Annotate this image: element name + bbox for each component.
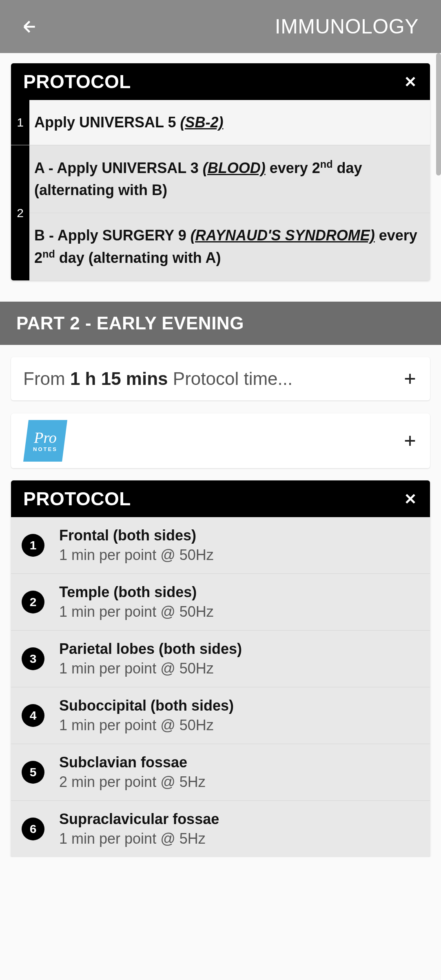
protocol-header: PROTOCOL: [11, 63, 430, 100]
step-subtitle: 1 min per point @ 50Hz: [59, 660, 242, 677]
step-title: Subclavian fossae: [59, 754, 206, 771]
step-title: Supraclavicular fossae: [59, 811, 219, 828]
step-title: Suboccipital (both sides): [59, 697, 234, 714]
step-title: Frontal (both sides): [59, 527, 214, 544]
scrollbar[interactable]: [436, 53, 441, 176]
page-title: IMMUNOLOGY: [275, 15, 419, 38]
step-subtitle: 1 min per point @ 50Hz: [59, 603, 214, 620]
protocol-step[interactable]: 3 Parietal lobes (both sides) 1 min per …: [11, 631, 430, 687]
row-number: 1: [11, 100, 29, 145]
protocol-step[interactable]: 1 Frontal (both sides) 1 min per point @…: [11, 517, 430, 574]
protocol-step[interactable]: 4 Suboccipital (both sides) 1 min per po…: [11, 687, 430, 744]
protocol-title: PROTOCOL: [23, 71, 131, 93]
back-arrow-icon[interactable]: [20, 18, 39, 36]
protocol-row[interactable]: 2 A - Apply UNIVERSAL 3 (BLOOD) every 2n…: [11, 145, 430, 280]
step-title: Temple (both sides): [59, 584, 214, 601]
step-subtitle: 1 min per point @ 50Hz: [59, 717, 234, 734]
step-number: 1: [22, 534, 44, 557]
row-text: Apply UNIVERSAL 5 (SB-2): [29, 100, 430, 145]
protocol-time-text: From 1 h 15 mins Protocol time...: [23, 369, 293, 389]
protocol-card-2: PROTOCOL 1 Frontal (both sides) 1 min pe…: [11, 480, 430, 857]
protocol-header: PROTOCOL: [11, 480, 430, 517]
step-number: 2: [22, 591, 44, 613]
row-number: 2: [11, 145, 29, 280]
step-title: Parietal lobes (both sides): [59, 640, 242, 658]
pro-notes-card[interactable]: Pro NOTES: [11, 413, 430, 468]
protocol-title: PROTOCOL: [23, 488, 131, 510]
step-number: 4: [22, 704, 44, 727]
step-number: 3: [22, 647, 44, 670]
close-icon[interactable]: [402, 73, 419, 90]
expand-plus-icon[interactable]: [401, 370, 419, 387]
protocol-time-card[interactable]: From 1 h 15 mins Protocol time...: [11, 357, 430, 400]
row-text: A - Apply UNIVERSAL 3 (BLOOD) every 2nd …: [29, 145, 430, 213]
pro-notes-logo: Pro NOTES: [23, 420, 67, 462]
step-number: 6: [22, 818, 44, 840]
app-header: IMMUNOLOGY: [0, 0, 441, 53]
protocol-step[interactable]: 2 Temple (both sides) 1 min per point @ …: [11, 574, 430, 631]
protocol-step[interactable]: 5 Subclavian fossae 2 min per point @ 5H…: [11, 744, 430, 801]
step-number: 5: [22, 761, 44, 784]
row-text: B - Apply SURGERY 9 (RAYNAUD'S SYNDROME)…: [29, 213, 430, 280]
section-header: PART 2 - EARLY EVENING: [0, 302, 441, 345]
protocol-step[interactable]: 6 Supraclavicular fossae 1 min per point…: [11, 801, 430, 857]
step-subtitle: 1 min per point @ 50Hz: [59, 547, 214, 564]
step-subtitle: 2 min per point @ 5Hz: [59, 773, 206, 791]
step-subtitle: 1 min per point @ 5Hz: [59, 830, 219, 847]
protocol-card-1: PROTOCOL 1 Apply UNIVERSAL 5 (SB-2) 2: [11, 63, 430, 280]
close-icon[interactable]: [402, 491, 419, 507]
expand-plus-icon[interactable]: [401, 432, 419, 449]
protocol-row[interactable]: 1 Apply UNIVERSAL 5 (SB-2): [11, 100, 430, 145]
